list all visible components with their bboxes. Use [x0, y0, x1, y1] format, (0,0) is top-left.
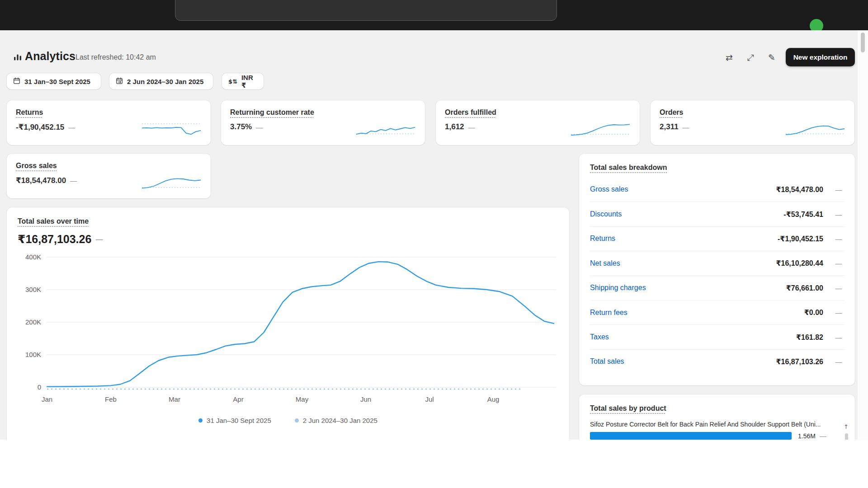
analytics-icon [13, 52, 22, 63]
compare-range-filter[interactable]: 2 Jun 2024–30 Jan 2025 [109, 73, 213, 89]
metric-title[interactable]: Returns [16, 108, 43, 117]
admin-topbar [0, 0, 868, 30]
product-bar-value: 1.56M [798, 432, 816, 440]
chart-total-change: — [95, 235, 103, 244]
breakdown-row-change: — [833, 309, 844, 316]
metric-value: 1,612 [445, 122, 464, 131]
returns-sparkline [142, 118, 201, 138]
svg-text:Apr: Apr [233, 395, 243, 403]
legend-item-current-period[interactable]: 31 Jan–30 Sept 2025 [198, 417, 271, 424]
scroll-up-icon[interactable]: ↑ [844, 423, 849, 430]
cycle-icon: ⇄ [726, 52, 733, 62]
product-bar-track [590, 432, 792, 440]
orders-sparkline [786, 118, 844, 138]
breakdown-row: Shipping charges ₹76,661.00 — [590, 276, 844, 300]
compare-range-label: 2 Jun 2024–30 Jan 2025 [127, 78, 203, 85]
svg-text:100K: 100K [25, 351, 41, 358]
metric-change: — [683, 123, 689, 131]
breakdown-row-change: — [833, 235, 844, 243]
currency-filter[interactable]: $⇅ INR ₹ [222, 73, 264, 89]
metric-change: — [68, 123, 75, 131]
breakdown-rows: Gross sales ₹18,54,478.00 — Discounts -₹… [590, 177, 844, 374]
svg-text:Jan: Jan [42, 395, 52, 403]
gross-sales-sparkline [142, 172, 201, 192]
svg-text:400K: 400K [25, 253, 41, 261]
auto-refresh-button[interactable]: ⇄ [721, 49, 738, 66]
product-name: Sifoz Posture Corrector Belt for Back Pa… [590, 421, 829, 428]
breakdown-row: Returns -₹1,90,452.15 — [590, 226, 844, 251]
product-card-title[interactable]: Total sales by product [590, 404, 666, 413]
breakdown-row-link[interactable]: Taxes [590, 333, 609, 341]
breakdown-row-change: — [833, 211, 844, 218]
metric-value: -₹1,90,452.15 [16, 122, 64, 132]
breakdown-row-value: ₹16,10,280.44 [776, 259, 823, 267]
legend-item-comparison-period[interactable]: 2 Jun 2024–30 Jan 2025 [295, 417, 377, 424]
orders-fulfilled-sparkline [571, 118, 630, 138]
comparison-period-dot-icon [295, 418, 299, 422]
breakdown-row-link[interactable]: Total sales [590, 357, 624, 366]
svg-text:Mar: Mar [169, 395, 180, 403]
metric-value: ₹18,54,478.00 [16, 176, 66, 185]
metric-card-gross-sales[interactable]: Gross sales ₹18,54,478.00 — [7, 154, 211, 198]
fullscreen-button[interactable]: ⤢ [742, 49, 759, 66]
total-sales-breakdown-card: Total sales breakdown Gross sales ₹18,54… [579, 154, 855, 385]
breakdown-row-value: ₹76,661.00 [786, 284, 823, 292]
breakdown-row: Discounts -₹53,745.41 — [590, 202, 844, 226]
svg-text:Jun: Jun [360, 395, 371, 403]
breakdown-row-value: -₹1,90,452.15 [778, 235, 823, 243]
metric-change: — [70, 177, 77, 184]
metric-title[interactable]: Orders fulfilled [445, 108, 496, 117]
currency-label: INR ₹ [241, 74, 257, 89]
chart-title[interactable]: Total sales over time [18, 217, 89, 225]
breakdown-title[interactable]: Total sales breakdown [590, 164, 667, 172]
total-sales-line-chart[interactable]: 400K300K200K100K0JanFebMarAprMayJunJulAu… [18, 250, 560, 427]
date-range-filter[interactable]: 31 Jan–30 Sept 2025 [7, 73, 101, 89]
svg-text:300K: 300K [25, 286, 41, 293]
product-bar-row: 1.56M — [590, 432, 844, 440]
breakdown-row-value: ₹0.00 [804, 308, 823, 317]
global-search-input[interactable] [175, 0, 557, 21]
metric-title[interactable]: Gross sales [16, 162, 57, 170]
breakdown-row-link[interactable]: Gross sales [590, 185, 628, 193]
product-bar-change: — [820, 432, 826, 440]
chart-total-value: ₹16,87,103.26 [18, 233, 91, 246]
breakdown-row-link[interactable]: Return fees [590, 309, 627, 317]
metric-card-orders-fulfilled[interactable]: Orders fulfilled 1,612 — [436, 100, 640, 145]
metric-card-returns[interactable]: Returns -₹1,90,452.15 — [7, 100, 211, 145]
breakdown-row-value: ₹161.82 [796, 333, 823, 342]
currency-exchange-icon: $⇅ [228, 78, 237, 85]
page-scrollbar[interactable] [861, 33, 865, 52]
chart-legend: 31 Jan–30 Sept 2025 2 Jun 2024–30 Jan 20… [7, 417, 569, 424]
metric-card-orders[interactable]: Orders 2,311 — [651, 100, 854, 145]
breakdown-row-change: — [833, 259, 844, 267]
breakdown-row-link[interactable]: Shipping charges [590, 284, 646, 292]
edit-icon: ✎ [768, 52, 775, 62]
compare-calendar-icon [116, 77, 123, 86]
breakdown-row-link[interactable]: Net sales [590, 259, 620, 267]
breakdown-row: Net sales ₹16,10,280.44 — [590, 251, 844, 275]
metric-title[interactable]: Returning customer rate [230, 108, 314, 117]
metric-title[interactable]: Orders [660, 108, 683, 117]
svg-text:Aug: Aug [487, 395, 500, 403]
metric-value: 2,311 [660, 122, 679, 131]
current-period-dot-icon [198, 418, 203, 422]
page-title: Analytics [25, 50, 75, 63]
analytics-dashboard: Analytics Last refreshed: 10:42 am ⇄ ⤢ ✎… [0, 0, 868, 488]
expand-icon: ⤢ [747, 52, 754, 63]
breakdown-row-link[interactable]: Discounts [590, 210, 622, 218]
right-scroll-gutter [858, 30, 868, 488]
edit-dashboard-button[interactable]: ✎ [763, 49, 780, 66]
metric-value: 3.75% [230, 122, 252, 131]
metric-change: — [256, 123, 263, 131]
breakdown-row-link[interactable]: Returns [590, 235, 615, 243]
breakdown-row: Total sales ₹16,87,103.26 — [590, 349, 844, 374]
calendar-icon [13, 77, 20, 86]
breakdown-row: Return fees ₹0.00 — [590, 300, 844, 324]
breakdown-row-change: — [833, 186, 844, 193]
metric-card-returning-customer-rate[interactable]: Returning customer rate 3.75% — [221, 100, 425, 145]
store-avatar[interactable] [810, 19, 823, 30]
svg-text:Jul: Jul [425, 395, 434, 403]
product-bar-fill[interactable] [590, 432, 792, 440]
last-refreshed-text: Last refreshed: 10:42 am [75, 53, 156, 61]
new-exploration-button[interactable]: New exploration [786, 48, 855, 66]
